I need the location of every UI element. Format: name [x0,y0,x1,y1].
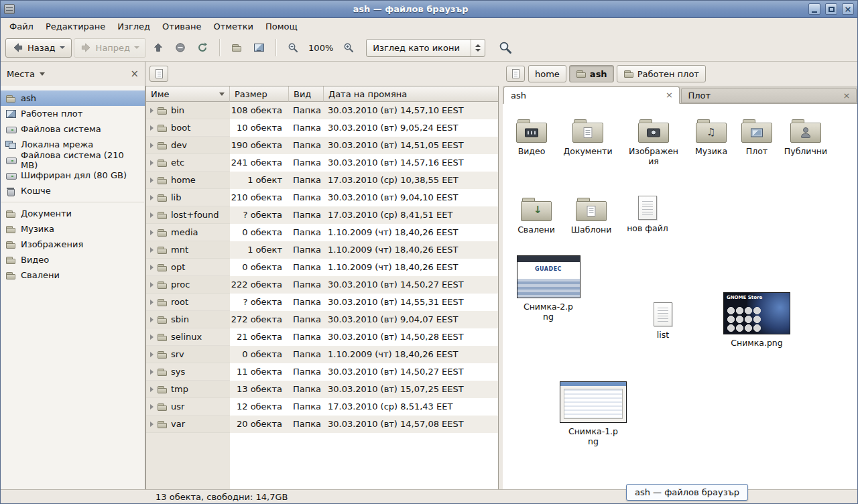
table-row[interactable]: mnt1 обектПапка1.10.2009 (чт) 18,40,26 E… [146,241,498,259]
table-row[interactable]: sbin272 обектаПапка30.03.2010 (вт) 9,04,… [146,311,498,328]
view-mode-select[interactable]: Изглед като икони [366,39,485,57]
icon-item[interactable]: list [626,302,700,340]
sidebar-item[interactable]: Шифриран дял (80 GB) [1,168,145,183]
expander-icon[interactable] [150,178,154,183]
sidebar-item[interactable]: Свалени [1,267,145,283]
table-row[interactable]: home1 обектПапка17.03.2010 (ср) 10,38,55… [146,172,498,189]
path-button[interactable]: home [528,65,566,82]
expander-icon[interactable] [150,282,154,288]
expander-icon[interactable] [150,300,154,305]
table-row[interactable]: lost+found? обектаПапка17.03.2010 (ср) 8… [146,206,498,224]
expander-icon[interactable] [150,422,154,427]
table-row[interactable]: srv0 обектаПапка1.10.2009 (чт) 18,40,26 … [146,346,498,363]
expander-icon[interactable] [150,387,154,392]
tab[interactable]: ash× [503,86,680,104]
up-button[interactable] [148,38,168,58]
table-row[interactable]: tmp13 обектаПапка30.03.2010 (вт) 15,07,2… [146,381,498,398]
sidebar-item[interactable]: Файлова система (210 MB) [1,152,145,168]
column-header-name[interactable]: Име [146,86,230,102]
sidebar-item[interactable]: Музика [1,221,145,237]
icon-item[interactable]: нов файл [611,196,684,233]
tab[interactable]: Плот× [681,88,857,103]
icon-item[interactable]: Публични [769,119,843,156]
table-row[interactable]: root? обектаПапка30.03.2010 (вт) 14,55,3… [146,294,498,311]
icon-item[interactable]: GUADECСнимка-2.png [511,255,585,322]
table-row[interactable]: selinux21 обектаПапка30.03.2010 (вт) 14,… [146,328,498,346]
sidebar-item[interactable]: Кошче [1,183,145,198]
search-button[interactable] [495,38,515,58]
table-row[interactable]: usr12 обектаПапка17.03.2010 (ср) 8,51,43… [146,398,498,416]
app-icon [4,4,15,14]
menu-item[interactable]: Помощ [259,19,304,34]
computer-button[interactable] [249,38,269,58]
zoom-in-button[interactable] [339,38,359,58]
column-header-size[interactable]: Размер [230,86,289,102]
expander-icon[interactable] [150,265,154,270]
sidebar-item[interactable]: Файлова система [1,121,145,137]
sidebar-item[interactable]: Работен плот [1,106,145,121]
back-button[interactable]: Назад [5,38,72,58]
table-row[interactable]: sys11 обектаПапка30.03.2010 (вт) 14,50,2… [146,363,498,381]
expander-icon[interactable] [150,334,154,340]
menu-item[interactable]: Редактиране [40,19,111,34]
sidebar-item[interactable]: Документи [1,206,145,221]
folder-icon [157,349,168,360]
table-row[interactable]: proc222 обектаПапка30.03.2010 (вт) 14,50… [146,276,498,294]
table-row[interactable]: media0 обектаПапка1.10.2009 (чт) 18,40,2… [146,224,498,241]
expander-icon[interactable] [150,369,154,375]
menu-item[interactable]: Файл [3,19,40,34]
expander-icon[interactable] [150,143,154,148]
forward-button[interactable]: Напред [74,38,146,58]
table-cell-name: sbin [146,311,230,328]
menu-item[interactable]: Отиване [156,19,207,34]
table-row[interactable]: opt0 обектаПапка1.10.2009 (чт) 18,40,26 … [146,259,498,276]
location-button[interactable] [149,66,168,82]
table-cell-modified: 30.03.2010 (вт) 14,57,16 EEST [324,154,498,172]
reload-button[interactable] [192,38,212,58]
column-header-modified[interactable]: Дата на промяна [324,86,498,102]
expander-icon[interactable] [150,230,154,235]
back-dropdown-icon[interactable] [60,46,65,49]
stop-button[interactable] [170,38,190,58]
path-button[interactable]: Работен плот [617,65,706,82]
expander-icon[interactable] [150,404,154,410]
menu-item[interactable]: Изглед [111,19,156,34]
forward-dropdown-icon[interactable] [134,46,139,49]
menu-item[interactable]: Отметки [207,19,259,34]
sidebar-item[interactable]: Видео [1,252,145,267]
expander-icon[interactable] [150,352,154,357]
table-cell-modified: 1.10.2009 (чт) 18,40,26 EEST [324,224,498,241]
icon-item[interactable]: Документи [551,119,625,156]
location-button[interactable] [506,66,525,82]
sidebar-close-button[interactable]: × [130,69,139,79]
minimize-button[interactable] [808,3,820,15]
expander-icon[interactable] [150,195,154,200]
table-row[interactable]: dev190 обектаПапка30.03.2010 (вт) 14,51,… [146,137,498,154]
sidebar-item[interactable]: Изображения [1,237,145,252]
icon-item[interactable]: GNOME StoreСнимка.png [720,292,794,348]
expander-icon[interactable] [150,160,154,166]
close-button[interactable]: × [842,3,854,15]
expander-icon[interactable] [150,247,154,253]
expander-icon[interactable] [150,108,154,113]
expander-icon[interactable] [150,125,154,131]
column-header-type[interactable]: Вид [289,86,324,102]
table-row[interactable]: var20 обектаПапка30.03.2010 (вт) 14,57,0… [146,416,498,433]
tab-close-icon[interactable]: × [664,90,675,101]
sidebar-header[interactable]: Места × [1,62,145,86]
tab-close-icon[interactable]: × [841,90,852,101]
expander-icon[interactable] [150,317,154,322]
titlebar[interactable]: ash — файлов браузър × [1,1,857,18]
icon-label: Снимка-2.png [522,302,575,322]
table-row[interactable]: boot10 обектаПапка30.03.2010 (вт) 9,05,2… [146,119,498,137]
maximize-button[interactable] [825,3,837,15]
home-button[interactable] [227,38,247,58]
icon-item[interactable]: Снимка-1.png [556,381,630,446]
table-row[interactable]: etc241 обектаПапка30.03.2010 (вт) 14,57,… [146,154,498,172]
path-button[interactable]: ash [569,65,614,82]
expander-icon[interactable] [150,212,154,218]
sidebar-item[interactable]: ash [1,90,145,106]
table-row[interactable]: lib210 обектаПапка30.03.2010 (вт) 9,04,1… [146,189,498,206]
zoom-out-button[interactable] [283,38,303,58]
table-row[interactable]: bin108 обектаПапка30.03.2010 (вт) 14,57,… [146,102,498,119]
